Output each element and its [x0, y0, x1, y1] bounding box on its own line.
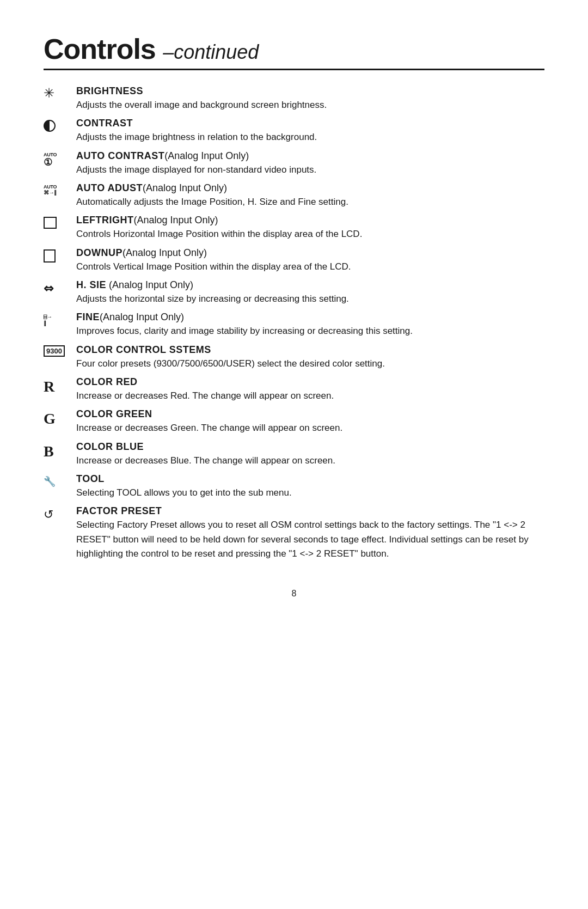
- content-factory-preset: FACTOR PRESETSelecting Factory Preset al…: [76, 505, 544, 561]
- desc-auto-contrast: Adjusts the image displayed for non-stan…: [76, 163, 544, 177]
- auto-contrast-icon: AUTO①: [44, 150, 76, 167]
- entry-tool: 🔧TOOLSelecting TOOL allows you to get in…: [44, 473, 544, 500]
- desc-fine: Improves focus, clarity and image stabil…: [76, 324, 544, 338]
- page-number: 8: [44, 589, 544, 599]
- entry-downup: DOWNUP(Analog Input Only)Controls Vertic…: [44, 247, 544, 274]
- desc-brightness: Adjusts the overall image and background…: [76, 98, 544, 112]
- content-downup: DOWNUP(Analog Input Only)Controls Vertic…: [76, 247, 544, 274]
- entry-contrast: CONTRASTAdjusts the image brightness in …: [44, 118, 544, 144]
- desc-color-blue: Increase or decreases Blue. The change w…: [76, 454, 544, 468]
- entries-container: ✳BRIGHTNESSAdjusts the overall image and…: [44, 86, 544, 562]
- desc-auto-adjust: Automatically adjusts the Image Position…: [76, 195, 544, 209]
- desc-downup: Controls Vertical Image Position within …: [76, 260, 544, 274]
- desc-hsize: Adjusts the horizontal size by increasin…: [76, 292, 544, 306]
- entry-brightness: ✳BRIGHTNESSAdjusts the overall image and…: [44, 86, 544, 112]
- contrast-icon: [44, 118, 76, 132]
- title-divider: [44, 69, 544, 70]
- desc-color-green: Increase or decreases Green. The change …: [76, 421, 544, 435]
- downup-icon: [44, 247, 76, 263]
- desc-contrast: Adjusts the image brightness in relation…: [76, 130, 544, 144]
- entry-fine: ⌸→‖FINE(Analog Input Only)Improves focus…: [44, 312, 544, 338]
- title-brightness: BRIGHTNESS: [76, 86, 143, 96]
- content-fine: FINE(Analog Input Only)Improves focus, c…: [76, 312, 544, 338]
- title-downup: DOWNUP: [76, 247, 122, 258]
- content-hsize: H. SIE (Analog Input Only)Adjusts the ho…: [76, 279, 544, 306]
- content-contrast: CONTRASTAdjusts the image brightness in …: [76, 118, 544, 144]
- title-color-green: COLOR GREEN: [76, 408, 152, 419]
- content-tool: TOOLSelecting TOOL allows you to get int…: [76, 473, 544, 500]
- content-color-green: COLOR GREENIncrease or decreases Green. …: [76, 408, 544, 435]
- title-contrast: CONTRAST: [76, 118, 133, 129]
- desc-leftright: Controls Horizontal Image Position withi…: [76, 227, 544, 241]
- title-color-red: COLOR RED: [76, 376, 138, 387]
- entry-color-green: GCOLOR GREENIncrease or decreases Green.…: [44, 408, 544, 435]
- content-auto-contrast: AUTO CONTRAST(Analog Input Only)Adjusts …: [76, 150, 544, 177]
- entry-leftright: LEFTRIGHT(Analog Input Only)Controls Hor…: [44, 215, 544, 241]
- fine-icon: ⌸→‖: [44, 312, 76, 326]
- color-control-icon: 9300: [44, 344, 76, 357]
- entry-color-blue: BCOLOR BLUEIncrease or decreases Blue. T…: [44, 441, 544, 468]
- entry-auto-adjust: AUTO⌘→‖AUTO ADUST(Analog Input Only)Auto…: [44, 182, 544, 209]
- title-color-blue: COLOR BLUE: [76, 441, 144, 452]
- color-green-icon: G: [44, 408, 76, 428]
- entry-factory-preset: ↺FACTOR PRESETSelecting Factory Preset a…: [44, 505, 544, 561]
- content-auto-adjust: AUTO ADUST(Analog Input Only)Automatical…: [76, 182, 544, 209]
- title-fine: FINE: [76, 312, 100, 322]
- color-red-icon: R: [44, 376, 76, 396]
- title-hsize: H. SIE: [76, 279, 106, 290]
- entry-hsize: ⇔H. SIE (Analog Input Only)Adjusts the h…: [44, 279, 544, 306]
- desc-factory-preset: Selecting Factory Preset allows you to r…: [76, 518, 544, 561]
- entry-color-red: RCOLOR REDIncrease or decreases Red. The…: [44, 376, 544, 403]
- auto-adjust-icon: AUTO⌘→‖: [44, 182, 76, 196]
- title-suffix-auto-adjust: (Analog Input Only): [143, 182, 227, 193]
- content-color-control: COLOR CONTROL SSTEMSFour color presets (…: [76, 344, 544, 371]
- title-auto-contrast: AUTO CONTRAST: [76, 150, 164, 161]
- entry-auto-contrast: AUTO①AUTO CONTRAST(Analog Input Only)Adj…: [44, 150, 544, 177]
- content-color-blue: COLOR BLUEIncrease or decreases Blue. Th…: [76, 441, 544, 468]
- title-suffix-fine: (Analog Input Only): [100, 312, 184, 322]
- tool-icon: 🔧: [44, 473, 76, 488]
- hsize-icon: ⇔: [44, 279, 76, 296]
- color-blue-icon: B: [44, 441, 76, 461]
- sun-icon: ✳: [44, 86, 76, 100]
- title-suffix-hsize: (Analog Input Only): [106, 279, 193, 290]
- content-color-red: COLOR REDIncrease or decreases Red. The …: [76, 376, 544, 403]
- factory-preset-icon: ↺: [44, 505, 76, 522]
- desc-tool: Selecting TOOL allows you to get into th…: [76, 486, 544, 500]
- title-color-control: COLOR CONTROL SSTEMS: [76, 344, 211, 355]
- page-title: Controls –continued: [44, 33, 544, 65]
- title-leftright: LEFTRIGHT: [76, 215, 134, 225]
- title-suffix-auto-contrast: (Analog Input Only): [164, 150, 249, 161]
- desc-color-red: Increase or decreases Red. The change wi…: [76, 389, 544, 403]
- leftright-icon: [44, 215, 76, 229]
- title-factory-preset: FACTOR PRESET: [76, 505, 162, 516]
- desc-color-control: Four color presets (9300/7500/6500/USER)…: [76, 357, 544, 371]
- content-brightness: BRIGHTNESSAdjusts the overall image and …: [76, 86, 544, 112]
- content-leftright: LEFTRIGHT(Analog Input Only)Controls Hor…: [76, 215, 544, 241]
- title-suffix-downup: (Analog Input Only): [122, 247, 207, 258]
- title-suffix-leftright: (Analog Input Only): [134, 215, 218, 225]
- title-auto-adjust: AUTO ADUST: [76, 182, 143, 193]
- title-tool: TOOL: [76, 473, 105, 484]
- entry-color-control: 9300COLOR CONTROL SSTEMSFour color prese…: [44, 344, 544, 371]
